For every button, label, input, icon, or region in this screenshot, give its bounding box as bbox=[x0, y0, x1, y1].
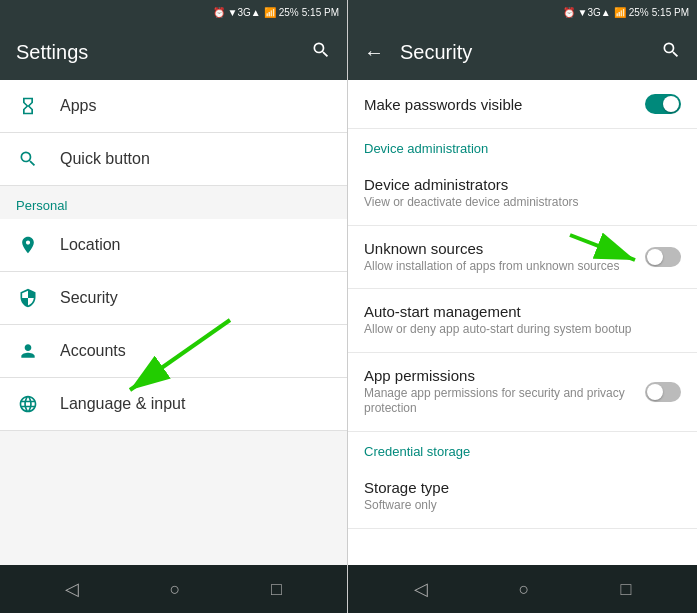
device-administrators-text: Device administrators View or deactivate… bbox=[364, 176, 681, 211]
search-icon-left[interactable] bbox=[311, 40, 331, 65]
settings-title: Settings bbox=[16, 41, 88, 64]
settings-item-security[interactable]: Security bbox=[0, 272, 347, 325]
storage-type-title: Storage type bbox=[364, 479, 673, 496]
language-icon bbox=[16, 392, 40, 416]
apps-icon bbox=[16, 94, 40, 118]
status-bar-left: ⏰ ▼3G▲ 📶 25% 5:15 PM bbox=[0, 0, 347, 24]
settings-top-bar: Settings bbox=[0, 24, 347, 80]
unknown-sources-text: Unknown sources Allow installation of ap… bbox=[364, 240, 645, 275]
signal-icon-right: 📶 bbox=[614, 7, 626, 18]
unknown-sources-title: Unknown sources bbox=[364, 240, 637, 257]
make-passwords-item[interactable]: Make passwords visible bbox=[348, 80, 697, 129]
auto-start-text: Auto-start management Allow or deny app … bbox=[364, 303, 681, 338]
make-passwords-title: Make passwords visible bbox=[364, 96, 637, 113]
security-label: Security bbox=[60, 289, 118, 307]
status-icons-left: ⏰ ▼3G▲ 📶 25% 5:15 PM bbox=[213, 7, 339, 18]
status-bar-right: ⏰ ▼3G▲ 📶 25% 5:15 PM bbox=[348, 0, 697, 24]
app-permissions-text: App permissions Manage app permissions f… bbox=[364, 367, 645, 417]
unknown-sources-item[interactable]: Unknown sources Allow installation of ap… bbox=[348, 226, 697, 290]
app-permissions-sub: Manage app permissions for security and … bbox=[364, 386, 637, 417]
security-top-bar: ← Security bbox=[348, 24, 697, 80]
location-label: Location bbox=[60, 236, 121, 254]
location-icon bbox=[16, 233, 40, 257]
security-content: Make passwords visible Device administra… bbox=[348, 80, 697, 565]
storage-type-item[interactable]: Storage type Software only bbox=[348, 465, 697, 529]
storage-type-text: Storage type Software only bbox=[364, 479, 681, 514]
network-icon-right: ▼3G▲ bbox=[578, 7, 611, 18]
quick-button-icon bbox=[16, 147, 40, 171]
alarm-icon: ⏰ bbox=[213, 7, 225, 18]
status-icons-right: ⏰ ▼3G▲ 📶 25% 5:15 PM bbox=[563, 7, 689, 18]
accounts-icon bbox=[16, 339, 40, 363]
security-title: Security bbox=[400, 41, 653, 64]
time-text-right: 5:15 PM bbox=[652, 7, 689, 18]
make-passwords-text: Make passwords visible bbox=[364, 96, 645, 113]
apps-label: Apps bbox=[60, 97, 96, 115]
signal-icon: 📶 bbox=[264, 7, 276, 18]
back-nav-right[interactable]: ◁ bbox=[394, 570, 448, 608]
bottom-nav-left: ◁ ○ □ bbox=[0, 565, 347, 613]
left-panel: ⏰ ▼3G▲ 📶 25% 5:15 PM Settings Apps bbox=[0, 0, 348, 613]
back-button[interactable]: ← bbox=[364, 41, 384, 64]
battery-text-right: 25% bbox=[629, 7, 649, 18]
personal-section-header: Personal bbox=[0, 186, 347, 219]
settings-item-accounts[interactable]: Accounts bbox=[0, 325, 347, 378]
app-permissions-toggle[interactable] bbox=[645, 382, 681, 402]
auto-start-sub: Allow or deny app auto-start during syst… bbox=[364, 322, 673, 338]
search-icon-right[interactable] bbox=[661, 40, 681, 65]
alarm-icon-right: ⏰ bbox=[563, 7, 575, 18]
recent-nav-right[interactable]: □ bbox=[601, 571, 652, 608]
credential-storage-header: Credential storage bbox=[348, 432, 697, 465]
time-text: 5:15 PM bbox=[302, 7, 339, 18]
battery-text: 25% bbox=[279, 7, 299, 18]
unknown-sources-sub: Allow installation of apps from unknown … bbox=[364, 259, 637, 275]
bottom-nav-right: ◁ ○ □ bbox=[348, 565, 697, 613]
auto-start-item[interactable]: Auto-start management Allow or deny app … bbox=[348, 289, 697, 353]
recent-nav-left[interactable]: □ bbox=[251, 571, 302, 608]
accounts-label: Accounts bbox=[60, 342, 126, 360]
settings-item-language[interactable]: Language & input bbox=[0, 378, 347, 431]
auto-start-title: Auto-start management bbox=[364, 303, 673, 320]
device-admin-header: Device administration bbox=[348, 129, 697, 162]
device-administrators-sub: View or deactivate device administrators bbox=[364, 195, 673, 211]
quick-button-label: Quick button bbox=[60, 150, 150, 168]
storage-type-sub: Software only bbox=[364, 498, 673, 514]
settings-item-quick-button[interactable]: Quick button bbox=[0, 133, 347, 186]
back-nav-left[interactable]: ◁ bbox=[45, 570, 99, 608]
device-administrators-title: Device administrators bbox=[364, 176, 673, 193]
app-permissions-title: App permissions bbox=[364, 367, 637, 384]
unknown-sources-toggle[interactable] bbox=[645, 247, 681, 267]
language-label: Language & input bbox=[60, 395, 185, 413]
device-administrators-item[interactable]: Device administrators View or deactivate… bbox=[348, 162, 697, 226]
settings-item-apps[interactable]: Apps bbox=[0, 80, 347, 133]
settings-list: Apps Quick button Personal Location bbox=[0, 80, 347, 565]
home-nav-right[interactable]: ○ bbox=[499, 571, 550, 608]
settings-item-location[interactable]: Location bbox=[0, 219, 347, 272]
make-passwords-toggle[interactable] bbox=[645, 94, 681, 114]
network-icon: ▼3G▲ bbox=[228, 7, 261, 18]
security-icon bbox=[16, 286, 40, 310]
right-panel: ⏰ ▼3G▲ 📶 25% 5:15 PM ← Security Make pas… bbox=[348, 0, 697, 613]
home-nav-left[interactable]: ○ bbox=[150, 571, 201, 608]
app-permissions-item[interactable]: App permissions Manage app permissions f… bbox=[348, 353, 697, 432]
